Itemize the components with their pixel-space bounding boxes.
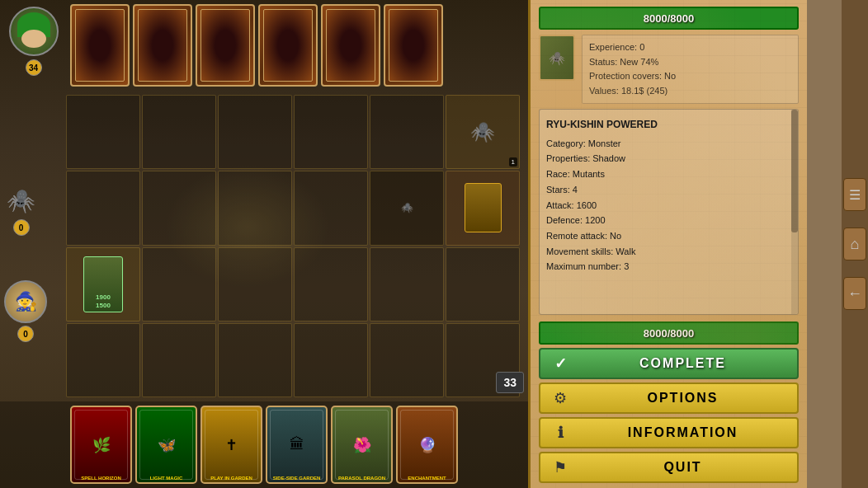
hand-card-1[interactable]: 🌿 SPELL HORIZON: [70, 406, 132, 484]
hand-card-4-label: SIDE-SIDE GARDEN: [267, 476, 326, 481]
hand-card-2-icon: 🦋: [139, 410, 193, 480]
card-protection: Protection covers: No: [589, 69, 791, 84]
field-cell-r4c4[interactable]: [294, 323, 368, 397]
card-detail-stars: Stars: 4: [546, 182, 791, 198]
field-cell-r1c5[interactable]: [370, 95, 444, 169]
complete-button[interactable]: COMPLETE: [539, 348, 799, 379]
hand-card-4[interactable]: 🏛 SIDE-SIDE GARDEN: [266, 406, 328, 484]
field-cell-r3c3[interactable]: [218, 247, 292, 321]
right-edge-bar: [842, 0, 868, 488]
complete-label: COMPLETE: [578, 356, 787, 371]
card-detail-attack: Attack: 1600: [546, 198, 791, 214]
db-icon: [849, 187, 861, 203]
card-detail-name: RYU-KISHIN POWERED: [546, 116, 791, 133]
opponent-card-6: [384, 4, 443, 87]
field-cell-r1c2[interactable]: [142, 95, 216, 169]
hand-card-1-icon: 🌿: [74, 410, 128, 480]
card-detail-movement: Movement skills: Walk: [546, 244, 791, 260]
field-cell-r2c4[interactable]: [294, 171, 368, 245]
opponent-card-5: [321, 4, 380, 87]
opponent-hp-value: 8000/8000: [644, 12, 694, 25]
player-deck-count: 33: [496, 372, 524, 393]
field-cell-r3c1[interactable]: 1900 1500: [66, 247, 140, 321]
field-cell-r4c5[interactable]: [370, 323, 444, 397]
field-cell-r1c4[interactable]: [294, 95, 368, 169]
hand-card-1-label: SPELL HORIZON: [72, 476, 130, 481]
field-cell-r2c5[interactable]: 🕷️: [370, 171, 444, 245]
player-spider-monster: 🕷️: [7, 190, 35, 213]
hand-card-3-label: PLAY IN GARDEN: [202, 476, 261, 481]
opponent-deck-count: 34: [26, 59, 42, 76]
opponent-hp-bar: 8000/8000: [539, 7, 799, 30]
db-button[interactable]: [843, 178, 866, 211]
hand-card-5-icon: 🌺: [335, 410, 389, 480]
player-field-card[interactable]: 1900 1500: [83, 256, 123, 312]
player-hp-bar: 8000/8000: [539, 321, 799, 345]
quit-button[interactable]: QUIT: [539, 452, 799, 483]
home-icon: [851, 236, 860, 253]
game-area: 34 🕷️ 1 🕷️ 1900 1500: [0, 0, 528, 488]
right-panel: 8000/8000 🕷️ Experience: 0 Status: New 7…: [528, 0, 807, 488]
opponent-hand: [66, 0, 528, 91]
scrollbar-thumb: [791, 110, 798, 232]
opponent-card-1: [70, 4, 130, 87]
card-detail-properties: Properties: Shadow: [546, 151, 791, 167]
quit-label: QUIT: [578, 460, 787, 475]
field-cell-r4c1[interactable]: [66, 323, 140, 397]
player-avatar: 🧙: [4, 280, 47, 323]
player-monster-badge: 0: [13, 219, 30, 236]
field-cell-r2c2[interactable]: [142, 171, 216, 245]
field-cell-r3c5[interactable]: [370, 247, 444, 321]
hand-card-5-label: PARASOL DRAGON: [333, 476, 391, 481]
hand-card-6[interactable]: 🔮 ENCHANTMENT: [396, 406, 458, 484]
field-cell-r4c2[interactable]: [142, 323, 216, 397]
card-detail-category: Category: Monster: [546, 136, 791, 152]
card-values: Values: 18.1$ (245): [589, 84, 791, 99]
player-hp-value: 8000/8000: [644, 327, 694, 340]
opponent-avatar-area: 34: [7, 7, 60, 97]
field-cell-r3c6[interactable]: [446, 247, 520, 321]
opponent-hp-section: 8000/8000: [531, 0, 807, 33]
field-cell-r2c1[interactable]: [66, 171, 140, 245]
field-cell-r2c6[interactable]: [446, 171, 520, 245]
back-icon: [847, 285, 862, 303]
hand-card-5[interactable]: 🌺 PARASOL DRAGON: [331, 406, 393, 484]
options-button[interactable]: OPTIONS: [539, 382, 799, 414]
player-left-area: 🕷️ 0: [7, 190, 35, 236]
card-quick-info: Experience: 0 Status: New 74% Protection…: [582, 35, 799, 104]
hand-card-6-label: ENCHANTMENT: [398, 476, 456, 481]
card-preview-section: 🕷️ Experience: 0 Status: New 74% Protect…: [539, 35, 799, 104]
enemy-monster-badge: 1: [509, 157, 517, 167]
field-cell-r4c3[interactable]: [218, 323, 292, 397]
player-avatar-area: 🧙 0: [4, 280, 47, 342]
player-card-stats: 1900 1500: [96, 293, 111, 309]
card-thumb-inner: 🕷️: [540, 36, 573, 79]
flag-icon: [550, 458, 570, 477]
field-cell-r1c6[interactable]: 🕷️ 1: [446, 95, 520, 169]
menu-buttons: COMPLETE OPTIONS INFORMATION QUIT: [531, 348, 807, 488]
hand-card-6-icon: 🔮: [400, 410, 454, 480]
card-detail-race: Race: Mutants: [546, 167, 791, 182]
player-deck-badge: 0: [17, 326, 34, 342]
hand-card-3-icon: ✝: [205, 410, 258, 480]
hand-card-2[interactable]: 🦋 LIGHT MAGIC: [135, 406, 197, 484]
field-cell-r2c3[interactable]: [218, 171, 292, 245]
detail-scrollbar[interactable]: [791, 110, 798, 314]
field-cell-r3c4[interactable]: [294, 247, 368, 321]
card-status: Status: New 74%: [589, 55, 791, 70]
gear-icon: [550, 388, 570, 408]
opponent-card-2: [133, 4, 192, 87]
field-cell-r3c2[interactable]: [142, 247, 216, 321]
back-button[interactable]: [843, 277, 866, 310]
card-detail-remote: Remote attack: No: [546, 228, 791, 244]
field-cell-r1c1[interactable]: [66, 95, 140, 169]
information-button[interactable]: INFORMATION: [539, 417, 799, 448]
field-grid: 🕷️ 1 🕷️ 1900 1500: [66, 95, 520, 397]
card-experience: Experience: 0: [589, 40, 791, 55]
hand-card-3[interactable]: ✝ PLAY IN GARDEN: [200, 406, 262, 484]
check-icon: [550, 354, 570, 373]
card-thumbnail[interactable]: 🕷️: [539, 35, 575, 81]
field-cell-r1c3[interactable]: [218, 95, 292, 169]
home-button[interactable]: [843, 228, 866, 260]
hand-card-4-icon: 🏛: [270, 410, 323, 480]
